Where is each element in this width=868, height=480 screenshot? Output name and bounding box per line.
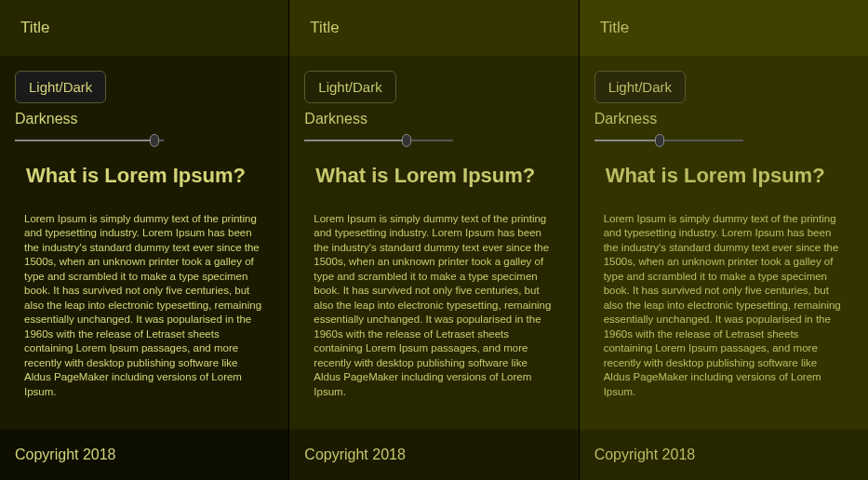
panel-title: Title [600,19,630,36]
theme-panel-2: Title Light/Dark Darkness What is Lorem … [580,0,868,480]
content-body: Lorem Ipsum is simply dummy text of the … [604,212,842,400]
slider-track-fill [594,140,660,141]
toggle-label: Light/Dark [318,79,381,95]
toggle-label: Light/Dark [29,79,92,95]
light-dark-toggle[interactable]: Light/Dark [304,71,395,103]
slider-thumb[interactable] [150,134,159,147]
content-heading: What is Lorem Ipsum? [606,163,842,190]
content-heading: What is Lorem Ipsum? [26,163,262,190]
panel-header: Title [580,0,868,56]
content-heading: What is Lorem Ipsum? [315,163,552,190]
footer-text: Copyright 2018 [304,447,406,462]
panel-footer: Copyright 2018 [289,430,578,480]
panel-content: What is Lorem Ipsum? Lorem Ipsum is simp… [289,148,578,430]
footer-text: Copyright 2018 [15,447,116,462]
toggle-label: Light/Dark [608,79,672,95]
darkness-label: Darkness [15,111,274,127]
panel-title: Title [310,19,340,36]
slider-track-fill [304,140,407,141]
footer-text: Copyright 2018 [594,447,696,462]
panel-title: Title [20,19,50,36]
panel-header: Title [0,0,288,56]
panel-controls: Light/Dark Darkness [289,56,578,148]
panel-controls: Light/Dark Darkness [0,56,288,148]
light-dark-toggle[interactable]: Light/Dark [594,71,686,103]
darkness-label: Darkness [594,111,853,127]
darkness-slider[interactable] [304,133,453,148]
slider-thumb[interactable] [655,134,664,147]
slider-track-fill [15,140,154,141]
panel-footer: Copyright 2018 [580,430,868,480]
light-dark-toggle[interactable]: Light/Dark [15,71,106,103]
content-body: Lorem Ipsum is simply dummy text of the … [24,212,262,400]
panel-controls: Light/Dark Darkness [580,56,868,148]
panel-footer: Copyright 2018 [0,430,288,480]
slider-thumb[interactable] [402,134,411,147]
darkness-label: Darkness [304,111,563,127]
theme-panel-1: Title Light/Dark Darkness What is Lorem … [289,0,578,480]
darkness-slider[interactable] [15,133,164,148]
content-body: Lorem Ipsum is simply dummy text of the … [314,212,552,400]
panel-content: What is Lorem Ipsum? Lorem Ipsum is simp… [580,148,868,430]
darkness-slider[interactable] [594,133,743,148]
panel-content: What is Lorem Ipsum? Lorem Ipsum is simp… [0,148,288,430]
theme-panel-0: Title Light/Dark Darkness What is Lorem … [0,0,288,480]
panel-header: Title [289,0,578,56]
